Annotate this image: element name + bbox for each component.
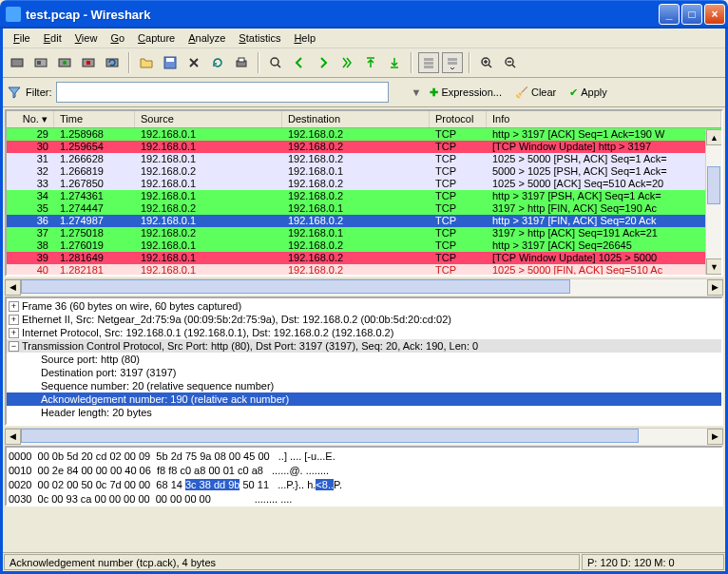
go-to-icon[interactable] xyxy=(336,52,357,73)
details-hscrollbar[interactable]: ◀▶ xyxy=(5,428,723,444)
tree-ethernet[interactable]: +Ethernet II, Src: Netgear_2d:75:9a (00:… xyxy=(7,313,721,326)
menu-analyze[interactable]: Analyze xyxy=(182,30,232,46)
print-icon[interactable] xyxy=(231,52,252,73)
svg-rect-0 xyxy=(11,59,23,67)
packet-row[interactable]: 361.274987192.168.0.1192.168.0.2TCPhttp … xyxy=(7,215,721,227)
menu-capture[interactable]: Capture xyxy=(131,30,182,46)
menu-help[interactable]: Help xyxy=(287,30,322,46)
zoom-out-icon[interactable] xyxy=(500,52,521,73)
stop-capture-icon[interactable] xyxy=(78,52,99,73)
titlebar: test.pcap - Wireshark _ □ × xyxy=(0,0,728,29)
tree-hlen[interactable]: Header length: 20 bytes xyxy=(7,406,721,419)
options-icon[interactable] xyxy=(30,52,51,73)
packet-row[interactable]: 341.274361192.168.0.1192.168.0.2TCPhttp … xyxy=(7,190,721,202)
status-right: P: 120 D: 120 M: 0 xyxy=(582,554,724,570)
go-first-icon[interactable] xyxy=(360,52,381,73)
close-file-icon[interactable] xyxy=(183,52,204,73)
packet-row[interactable]: 331.267850192.168.0.1192.168.0.2TCP1025 … xyxy=(7,178,721,190)
packet-row[interactable]: 321.266819192.168.0.2192.168.0.1TCP5000 … xyxy=(7,165,721,178)
packet-details-panel[interactable]: +Frame 36 (60 bytes on wire, 60 bytes ca… xyxy=(7,298,721,424)
minimize-button[interactable]: _ xyxy=(659,4,680,25)
go-last-icon[interactable] xyxy=(384,52,405,73)
packet-list-vscrollbar[interactable]: ▲ ▼ xyxy=(705,129,721,275)
filter-icon xyxy=(7,85,22,100)
tree-tcp[interactable]: −Transmission Control Protocol, Src Port… xyxy=(7,339,721,353)
svg-rect-16 xyxy=(448,58,457,61)
menu-view[interactable]: View xyxy=(68,30,105,46)
menu-edit[interactable]: Edit xyxy=(37,30,68,46)
tree-ack[interactable]: Acknowledgement number: 190 (relative ac… xyxy=(7,392,721,406)
svg-rect-13 xyxy=(424,58,433,61)
go-back-icon[interactable] xyxy=(289,52,310,73)
col-time-header[interactable]: Time xyxy=(54,111,135,127)
packet-bytes-panel[interactable]: 0000 00 0b 5d 20 cd 02 00 09 5b 2d 75 9a… xyxy=(7,448,721,505)
svg-rect-9 xyxy=(166,58,174,62)
clear-button[interactable]: 🧹 Clear xyxy=(510,85,561,101)
open-icon[interactable] xyxy=(136,52,157,73)
zoom-in-icon[interactable] xyxy=(476,52,497,73)
start-capture-icon[interactable] xyxy=(54,52,75,73)
apply-button[interactable]: ✔ Apply xyxy=(565,85,612,101)
svg-rect-14 xyxy=(424,62,433,65)
packet-list-header[interactable]: No. ▾ Time Source Destination Protocol I… xyxy=(7,111,721,128)
menu-go[interactable]: Go xyxy=(104,30,131,46)
packet-list-panel: No. ▾ Time Source Destination Protocol I… xyxy=(7,111,721,275)
col-no-header[interactable]: No. ▾ xyxy=(7,111,54,127)
restart-capture-icon[interactable] xyxy=(102,52,123,73)
svg-rect-17 xyxy=(448,62,457,65)
close-button[interactable]: × xyxy=(704,4,725,25)
tree-ip[interactable]: +Internet Protocol, Src: 192.168.0.1 (19… xyxy=(7,326,721,339)
col-dst-header[interactable]: Destination xyxy=(282,111,430,127)
packet-row[interactable]: 291.258968192.168.0.1192.168.0.2TCPhttp … xyxy=(7,128,721,141)
find-icon[interactable] xyxy=(265,52,286,73)
statusbar: Acknowledgement number (tcp.ack), 4 byte… xyxy=(3,552,725,571)
packet-row[interactable]: 371.275018192.168.0.2192.168.0.1TCP3197 … xyxy=(7,227,721,239)
filter-label: Filter: xyxy=(26,86,52,98)
menu-file[interactable]: File xyxy=(7,30,37,46)
main-toolbar xyxy=(3,48,725,78)
save-icon[interactable] xyxy=(160,52,181,73)
tree-seq[interactable]: Sequence number: 20 (relative sequence n… xyxy=(7,379,721,392)
filter-toolbar: Filter: ▼ ✚ Expression... 🧹 Clear ✔ Appl… xyxy=(3,78,725,107)
col-proto-header[interactable]: Protocol xyxy=(430,111,487,127)
app-icon xyxy=(6,7,21,22)
packet-row[interactable]: 391.281649192.168.0.1192.168.0.2TCP[TCP … xyxy=(7,252,721,264)
tree-frame[interactable]: +Frame 36 (60 bytes on wire, 60 bytes ca… xyxy=(7,299,721,313)
tree-dstport[interactable]: Destination port: 3197 (3197) xyxy=(7,366,721,379)
packet-list-hscrollbar[interactable]: ◀▶ xyxy=(5,278,723,295)
svg-rect-2 xyxy=(37,61,41,65)
auto-scroll-icon[interactable] xyxy=(442,52,463,73)
col-info-header[interactable]: Info xyxy=(487,111,721,127)
interfaces-icon[interactable] xyxy=(7,52,28,73)
packet-row[interactable]: 381.276019192.168.0.1192.168.0.2TCPhttp … xyxy=(7,239,721,252)
menubar: File Edit View Go Capture Analyze Statis… xyxy=(3,29,725,48)
svg-rect-6 xyxy=(86,61,90,65)
packet-row[interactable]: 301.259654192.168.0.1192.168.0.2TCP[TCP … xyxy=(7,141,721,153)
svg-point-12 xyxy=(271,58,278,66)
window-title: test.pcap - Wireshark xyxy=(26,8,659,22)
expression-button[interactable]: ✚ Expression... xyxy=(425,85,507,101)
svg-point-4 xyxy=(63,61,67,65)
colorize-icon[interactable] xyxy=(418,52,439,73)
tree-srcport[interactable]: Source port: http (80) xyxy=(7,353,721,366)
svg-rect-15 xyxy=(424,66,433,68)
packet-row[interactable]: 401.282181192.168.0.1192.168.0.2TCP1025 … xyxy=(7,264,721,275)
status-left: Acknowledgement number (tcp.ack), 4 byte… xyxy=(4,554,580,570)
reload-icon[interactable] xyxy=(207,52,228,73)
menu-statistics[interactable]: Statistics xyxy=(232,30,287,46)
go-forward-icon[interactable] xyxy=(313,52,334,73)
svg-rect-11 xyxy=(239,58,244,62)
packet-row[interactable]: 311.266628192.168.0.1192.168.0.2TCP1025 … xyxy=(7,153,721,165)
filter-input[interactable] xyxy=(56,82,389,103)
packet-row[interactable]: 351.274447192.168.0.2192.168.0.1TCP3197 … xyxy=(7,202,721,215)
maximize-button[interactable]: □ xyxy=(681,4,702,25)
col-src-header[interactable]: Source xyxy=(135,111,282,127)
